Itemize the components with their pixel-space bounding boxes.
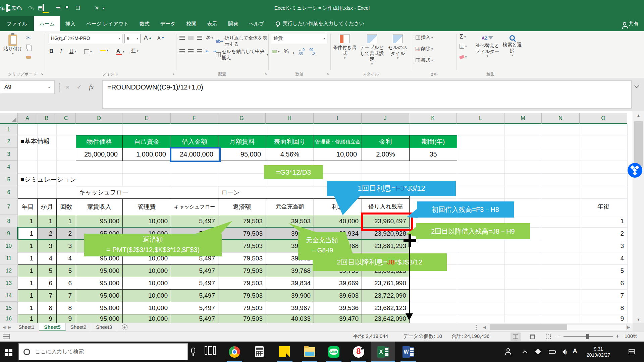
name-box[interactable]: A9 ▾ [0,80,55,94]
column-header-H[interactable]: H [266,113,314,124]
data-cell[interactable]: 1 [18,277,38,290]
ribbon-tab-挿入[interactable]: 挿入 [60,16,81,31]
chrome-icon[interactable] [229,346,240,358]
data-cell[interactable]: 5,497 [171,277,218,290]
vertical-scroll-thumb[interactable] [634,121,643,167]
sticky-notes-icon[interactable] [279,346,290,357]
data-cell[interactable]: 10,000 [122,289,171,302]
data-cell[interactable]: 3 [56,240,76,252]
year-number-cell[interactable]: 7 [580,289,624,302]
alignment-dialog-launcher[interactable]: ↘ [264,72,267,75]
decrease-font-icon[interactable]: A▼ [157,35,164,41]
data-cell[interactable]: 7 [56,289,76,302]
data-cell[interactable]: 95,000 [76,302,123,314]
data-cell[interactable]: 1 [18,314,38,323]
horizontal-scrollbar[interactable] [490,324,627,330]
hscroll-right-icon[interactable]: ▶ [627,323,630,331]
data-cell[interactable]: 95,000 [76,215,123,228]
data-cell[interactable]: 5,497 [171,215,218,228]
data-cell[interactable]: 5,497 [171,314,218,323]
scroll-up-icon[interactable]: ▲ [633,111,644,117]
data-cell[interactable]: 23,642,090 [362,314,410,323]
align-middle-icon[interactable] [188,36,194,40]
data-cell[interactable]: 2 [37,227,57,240]
cell-styles-button[interactable]: セルのスタイル▾ [386,33,410,60]
year-number-cell[interactable]: 5 [580,264,624,277]
enter-icon[interactable]: ✓ [77,83,82,91]
wrap-text-button[interactable]: ab↩折り返して全体を表示する [216,35,268,47]
column-header-E[interactable]: E [122,113,171,124]
people-icon[interactable] [505,348,511,355]
column-header-D[interactable]: D [76,113,122,124]
page-layout-view-icon[interactable] [527,333,537,341]
row-header-10[interactable]: 10 [0,240,18,252]
align-top-icon[interactable] [179,36,185,40]
year-number-cell[interactable]: 3 [580,240,624,252]
data-cell[interactable]: 23,682,123 [362,302,410,314]
info-value-cell[interactable]: 25,000,000 [76,148,123,161]
row-header-7[interactable]: 7 [0,198,18,215]
data-cell[interactable]: 79,503 [218,240,266,252]
phonetic-button[interactable]: 亜▾ [131,48,139,54]
year-number-cell[interactable]: 6 [580,277,624,289]
data-cell[interactable]: 1 [18,289,38,302]
row-header-6[interactable]: 6 [0,186,18,198]
data-cell[interactable]: 39,900 [266,289,314,302]
taskbar-search[interactable]: ここに入力して検索 [18,343,188,360]
data-cell[interactable]: 95,000 [76,289,123,302]
data-cell[interactable]: 1 [56,215,76,228]
align-bottom-icon[interactable] [197,36,202,40]
paste-button[interactable]: 貼り付け▾ [3,33,22,55]
merge-center-button[interactable]: セルを結合して中央揃え▾ [216,49,268,61]
task-view-icon[interactable] [205,346,216,356]
bold-button[interactable]: B [49,48,53,55]
row-header-3[interactable]: 3 [0,148,18,161]
row-header-14[interactable]: 14 [0,289,18,302]
data-cell[interactable]: 79,503 [218,289,266,302]
clear-button[interactable]: ▾ [460,55,467,59]
format-painter-icon[interactable] [26,56,31,59]
excel-icon[interactable]: X [377,346,389,358]
format-as-table-button[interactable]: テーブルとして書式設定▾ [359,33,385,66]
column-header-L[interactable]: L [457,113,504,124]
ribbon-tab-表示[interactable]: 表示 [202,16,222,31]
tray-expand-icon[interactable] [523,350,527,355]
data-cell[interactable]: 39,470 [314,314,362,323]
row-header-8[interactable]: 8 [0,215,18,227]
increase-font-icon[interactable]: A▲ [144,35,152,41]
fill-button[interactable]: ↓▾ [460,44,467,49]
data-cell[interactable]: 5,497 [171,289,218,302]
percent-style-icon[interactable]: % [284,48,289,55]
ribbon-tab-データ[interactable]: データ [155,16,181,31]
underline-button[interactable]: U▾ [69,48,76,55]
comma-style-icon[interactable]: , [293,48,294,55]
font-name-select[interactable]: HG丸ｺﾞｼｯｸM-PRO▾ [49,34,122,43]
data-cell[interactable]: 95,000 [76,314,123,323]
info-value-cell[interactable]: 95,000 [218,148,266,161]
column-header-I[interactable]: I [314,113,362,124]
data-cell[interactable]: 10,000 [122,264,171,277]
red-app-icon[interactable]: 8 [353,346,364,358]
format-cells-button[interactable]: 書式▾ [416,57,433,63]
data-cell[interactable]: 39,834 [266,277,314,290]
data-cell[interactable]: 39,768 [266,264,314,277]
tab-scroll-left-icon[interactable]: ◀ [0,325,8,329]
column-header-N[interactable]: N [542,113,580,124]
data-cell[interactable]: 5,497 [171,264,218,277]
volume-icon[interactable]: ) [562,349,567,356]
data-cell[interactable]: 4 [56,252,76,265]
new-sheet-icon[interactable]: + [122,324,127,330]
zoom-out-icon[interactable]: − [557,333,561,340]
autosum-button[interactable]: Σ▾ [460,33,466,40]
year-number-cell[interactable]: 1 [580,215,624,227]
decrease-decimal-icon[interactable]: .00 →.0 [309,48,315,55]
vertical-scrollbar[interactable]: ▲ ▼ [633,111,644,323]
insert-cells-button[interactable]: 挿入▾ [416,35,433,41]
horizontal-scroll-thumb[interactable] [490,324,567,330]
data-cell[interactable]: 5 [37,264,57,277]
fill-color-button[interactable]: ▾ [100,49,108,52]
year-number-cell[interactable]: 9 [580,314,624,323]
tell-me-box[interactable]: 実行したい作業を入力してください [276,20,365,27]
scroll-down-icon[interactable]: ▼ [633,317,644,321]
column-header-A[interactable]: A [18,113,37,124]
